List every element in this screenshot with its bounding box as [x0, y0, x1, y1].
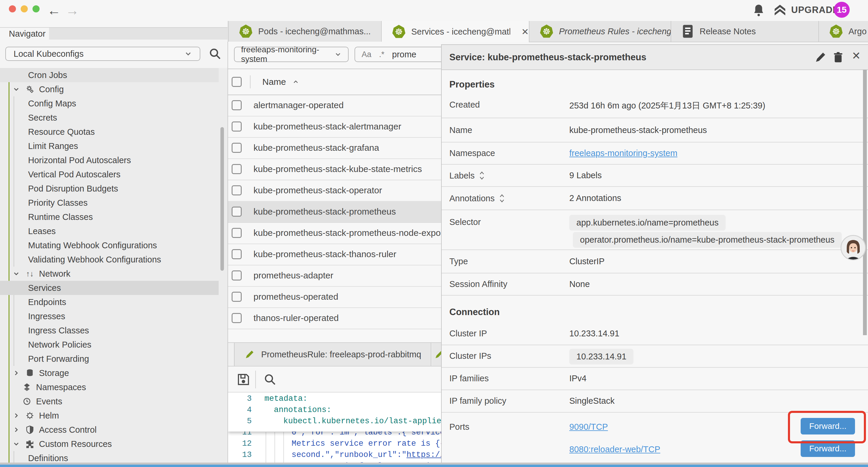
chevron-down-icon: [335, 51, 342, 58]
table-row[interactable]: kube-prometheus-stack-operator: [228, 180, 442, 202]
tab-pods[interactable]: ☸ Pods - icecheng@mathmas...: [228, 21, 381, 42]
sidebar-item-limit-ranges[interactable]: Limit Ranges: [0, 139, 219, 153]
cluster-ip-chip: 10.233.14.91: [569, 349, 633, 364]
tab-editor-partial[interactable]: [432, 343, 442, 366]
expand-collapse-icon[interactable]: [479, 171, 485, 181]
back-icon[interactable]: ←: [47, 2, 61, 18]
table-row[interactable]: kube-prometheus-stack-thanos-ruler: [228, 243, 442, 265]
notifications-bell-icon[interactable]: [753, 4, 765, 17]
select-all-checkbox[interactable]: [231, 77, 242, 87]
sidebar-item-services[interactable]: Services: [0, 281, 219, 295]
row-checkbox[interactable]: [231, 249, 242, 259]
sidebar-item-mutating-webhook-configurations[interactable]: Mutating Webhook Configurations: [0, 238, 219, 253]
tab-argo[interactable]: ☸ Argo Se: [818, 21, 868, 42]
forward-icon[interactable]: →: [66, 2, 79, 18]
tab-services[interactable]: ☸ Services - icecheng@math... ✕: [381, 21, 529, 42]
row-checkbox[interactable]: [231, 228, 242, 238]
row-checkbox[interactable]: [231, 207, 242, 217]
sidebar-item-definitions[interactable]: Definitions: [0, 451, 219, 463]
row-checkbox[interactable]: [231, 164, 242, 174]
search-icon[interactable]: [209, 47, 222, 60]
row-checkbox[interactable]: [231, 270, 242, 281]
save-icon[interactable]: [237, 373, 250, 386]
notification-count-badge[interactable]: 15: [834, 2, 850, 18]
tab-navigator[interactable]: Navigator: [0, 28, 49, 39]
helm-wheel-icon: [25, 411, 34, 420]
row-checkbox[interactable]: [231, 313, 242, 323]
sidebar-item-ingress-classes[interactable]: Ingress Classes: [0, 323, 219, 338]
row-checkbox[interactable]: [231, 100, 242, 110]
traffic-light-minimize[interactable]: [21, 5, 28, 12]
sidebar-item-config-maps[interactable]: Config Maps: [0, 96, 219, 111]
sidebar-item-leases[interactable]: Leases: [0, 224, 219, 238]
close-panel-icon[interactable]: ✕: [852, 50, 861, 62]
sidebar-item-events[interactable]: Events: [0, 394, 219, 408]
upgrade-button[interactable]: UPGRADE: [773, 3, 839, 17]
row-checkbox[interactable]: [231, 121, 242, 132]
row-checkbox[interactable]: [231, 185, 242, 195]
sidebar-item-runtime-classes[interactable]: Runtime Classes: [0, 210, 219, 224]
port-link-8080[interactable]: 8080:reloader-web/TCP: [569, 444, 660, 454]
table-row[interactable]: prometheus-adapter: [228, 265, 442, 287]
sidebar-item-namespaces[interactable]: Namespaces: [0, 380, 219, 394]
row-checkbox[interactable]: [231, 143, 242, 153]
name-column-header[interactable]: Name: [262, 77, 286, 87]
editor-tab-bar: PrometheusRule: freeleaps-prod-rabbitmq: [228, 342, 442, 367]
row-checkbox[interactable]: [231, 292, 242, 302]
namespace-select[interactable]: freeleaps-monitoring-system: [234, 47, 349, 62]
sidebar-group-helm[interactable]: Helm: [0, 408, 219, 423]
table-row[interactable]: alertmanager-operated: [228, 95, 442, 116]
sidebar-item-resource-quotas[interactable]: Resource Quotas: [0, 125, 219, 139]
table-row[interactable]: thanos-ruler-operated: [228, 308, 442, 329]
yaml-editor[interactable]: 11 0","for":"1m","labels":{"service":" 1…: [228, 392, 442, 467]
tab-prometheusrule-editor[interactable]: PrometheusRule: freeleaps-prod-rabbitmq: [234, 343, 431, 366]
port-link-9090[interactable]: 9090/TCP: [569, 422, 608, 432]
sidebar-item-pod-disruption-budgets[interactable]: Pod Disruption Budgets: [0, 181, 219, 196]
sidebar-item-ingresses[interactable]: Ingresses: [0, 309, 219, 323]
forward-button-highlight-annotation: [788, 411, 866, 443]
sidebar-item-vertical-pod-autoscalers[interactable]: Vertical Pod Autoscalers: [0, 167, 219, 181]
sidebar-item-cron-jobs[interactable]: Cron Jobs: [0, 68, 219, 82]
sidebar-scrollbar[interactable]: [220, 127, 224, 271]
detail-scrollbar[interactable]: [863, 70, 867, 335]
editor-search-icon[interactable]: [264, 373, 277, 386]
sidebar-item-endpoints[interactable]: Endpoints: [0, 295, 219, 309]
delete-trash-icon[interactable]: [832, 52, 844, 63]
sort-ascending-icon[interactable]: [292, 79, 299, 85]
traffic-light-zoom[interactable]: [32, 5, 39, 12]
match-case-toggle[interactable]: Aa: [362, 50, 371, 59]
chevron-down-icon: [12, 440, 21, 447]
sidebar-group-storage[interactable]: Storage: [0, 366, 219, 380]
sidebar-item-secrets[interactable]: Secrets: [0, 111, 219, 125]
sidebar-item-validating-webhook-configurations[interactable]: Validating Webhook Configurations: [0, 253, 219, 267]
sidebar-item-horizontal-pod-autoscalers[interactable]: Horizontal Pod Autoscalers: [0, 153, 219, 167]
table-row[interactable]: kube-prometheus-stack-grafana: [228, 137, 442, 159]
table-row[interactable]: prometheus-operated: [228, 286, 442, 308]
runbook-url-link[interactable]: https://net: [406, 450, 442, 459]
sidebar-item-priority-classes[interactable]: Priority Classes: [0, 196, 219, 210]
sidebar-item-network-policies[interactable]: Network Policies: [0, 338, 219, 352]
edit-pencil-icon[interactable]: [814, 52, 826, 63]
close-tab-icon[interactable]: ✕: [522, 27, 529, 37]
table-row[interactable]: kube-prometheus-stack-prometheus-node-ex…: [228, 222, 442, 244]
table-row[interactable]: kube-prometheus-stack-alertmanager: [228, 116, 442, 138]
sidebar-group-custom-resources[interactable]: Custom Resources: [0, 437, 219, 451]
sidebar-group-config[interactable]: Config: [0, 82, 219, 96]
table-row-selected[interactable]: kube-prometheus-stack-prometheus: [228, 201, 442, 223]
search-input[interactable]: Aa .* prome: [354, 47, 446, 62]
sidebar-group-network[interactable]: ↑↓ Network: [0, 267, 219, 281]
table-row[interactable]: kube-prometheus-stack-kube-state-metrics: [228, 158, 442, 180]
tab-prometheus-rules[interactable]: ☸ Prometheus Rules - icecheng...: [529, 21, 671, 42]
sidebar-item-port-forwarding[interactable]: Port Forwarding: [0, 352, 219, 366]
user-avatar[interactable]: [840, 235, 866, 260]
main-tab-bar: ☸ Pods - icecheng@mathmas... ☸ Services …: [227, 21, 868, 42]
sidebar-group-access-control[interactable]: Access Control: [0, 423, 219, 437]
expand-collapse-icon[interactable]: [499, 193, 505, 203]
kubeconfig-select[interactable]: Local Kubeconfigs: [5, 47, 200, 61]
namespace-link[interactable]: freeleaps-monitoring-system: [569, 148, 677, 158]
traffic-light-close[interactable]: [9, 5, 16, 12]
tab-release-notes[interactable]: Release Notes: [671, 21, 818, 42]
window-active-edge-bar: [0, 465, 868, 467]
regex-toggle[interactable]: .*: [379, 50, 384, 59]
services-table: Name alertmanager-operated kube-promethe…: [228, 68, 442, 372]
